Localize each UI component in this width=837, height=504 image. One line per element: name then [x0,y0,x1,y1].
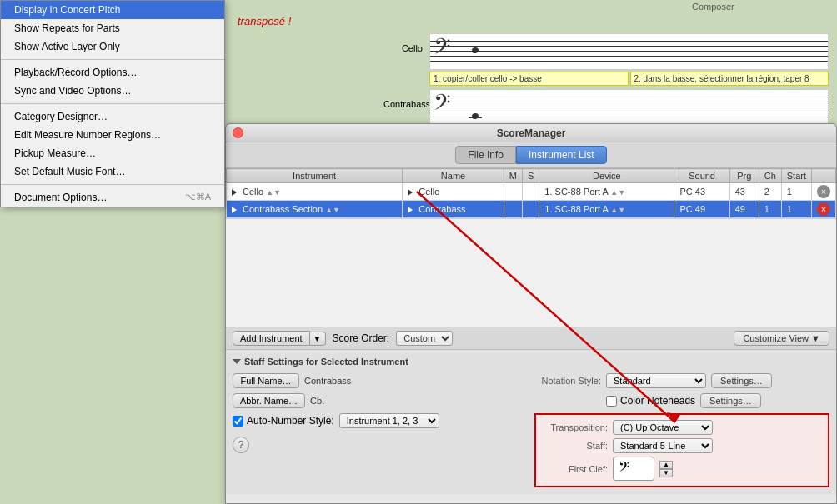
menu-item-set-default-font[interactable]: Set Default Music Font… [1,162,224,181]
auto-number-select[interactable]: Instrument 1, 2, 3 [339,413,439,428]
table-header-row: Instrument Name M S Device Sound Prg Ch … [227,169,836,183]
window-title: ScoreManager [497,127,566,139]
menu-separator-2 [1,103,224,104]
menu-item-label: Sync and Video Options… [14,85,132,97]
menu-item-playback-record[interactable]: Playback/Record Options… [1,63,224,82]
cell-s [523,183,539,201]
cell-ch: 2 [759,183,781,201]
col-instrument: Instrument [227,169,403,183]
cell-start: 1 [781,183,811,201]
notation-settings-button[interactable]: Settings… [711,373,772,388]
cell-s-selected [523,201,539,218]
delete-row-btn[interactable]: × [817,185,830,198]
score-manager-window: ScoreManager File Info Instrument List I… [225,123,837,504]
menu-item-label: Category Designer… [14,111,108,122]
col-delete [812,169,836,183]
menu-item-label: Edit Measure Number Regions… [14,129,161,141]
color-settings-button[interactable]: Settings… [700,393,761,408]
col-name: Name [403,169,504,183]
dropdown-menu: Display in Concert Pitch Show Repeats fo… [0,0,225,207]
menu-item-label: Show Repeats for Parts [14,22,120,34]
col-s: S [523,169,539,183]
cell-delete-selected[interactable]: × [812,201,836,218]
score-staves: Cello 𝄢 1. copier/coller cello -> basse … [383,33,829,126]
menu-item-pickup-measure[interactable]: Pickup Measure… [1,144,224,162]
menu-item-label: Document Options… [14,192,107,203]
menu-item-display-concert-pitch[interactable]: Display in Concert Pitch [1,1,224,19]
col-start: Start [781,169,811,183]
abbr-name-button[interactable]: Abbr. Name… [233,393,305,408]
delete-selected-row-btn[interactable]: × [817,202,830,216]
contrabass-staff: 𝄢 [429,89,829,126]
expand-name-icon[interactable] [408,189,413,196]
transposition-row: Transposition: (C) Up Octave [541,420,823,435]
auto-number-checkbox[interactable] [233,416,243,427]
staff-select[interactable]: Standard 5-Line [613,438,713,453]
composer-label: Composer [692,2,734,12]
add-instrument-group: Add Instrument ▼ [233,331,326,346]
section-collapse-icon[interactable] [233,359,241,364]
cell-device: 1. SC-88 Port A ▲▼ [539,183,674,201]
tab-instrument-list[interactable]: Instrument List [516,146,607,164]
customize-view-arrow: ▼ [811,333,820,343]
menu-item-category-designer[interactable]: Category Designer… [1,107,224,126]
transposition-label: Transposition: [541,422,608,432]
cell-prg-selected: 49 [729,201,759,218]
staff-settings-panel: Staff Settings for Selected Instrument F… [226,350,836,494]
menu-item-label: Display in Concert Pitch [14,4,120,16]
customize-view-button[interactable]: Customize View ▼ [734,331,829,346]
empty-space [226,218,836,327]
first-clef-display: 𝄢 [613,457,654,481]
clef-stepper-down[interactable]: ▼ [659,469,673,477]
add-instrument-dropdown-button[interactable]: ▼ [310,332,326,346]
menu-item-label: Playback/Record Options… [14,67,137,78]
abbr-name-row: Abbr. Name… Cb. [233,393,528,408]
table-row[interactable]: Contrabass Section ▲▼ Contrabass 1. SC-8… [227,201,836,218]
window-titlebar: ScoreManager [226,124,836,142]
help-button[interactable]: ? [233,437,249,453]
menu-item-edit-measure[interactable]: Edit Measure Number Regions… [1,126,224,144]
instrument-table: Instrument Name M S Device Sound Prg Ch … [226,168,836,218]
tab-file-info[interactable]: File Info [455,146,516,164]
cell-instrument: Cello ▲▼ [227,183,403,201]
notation-style-select[interactable]: Standard [606,373,706,388]
auto-number-label: Auto-Number Style: [247,415,334,427]
auto-number-row: Auto-Number Style: Instrument 1, 2, 3 [233,413,528,428]
col-m: M [504,169,522,183]
bass-clef-contrabass: 𝄢 [434,92,451,118]
window-close-button[interactable] [233,127,243,138]
table-row[interactable]: Cello ▲▼ Cello 1. SC-88 Port A ▲▼ PC 43 [227,183,836,201]
color-noteheads-checkbox[interactable] [606,396,617,407]
expand-name-icon-selected[interactable] [408,207,413,213]
menu-item-document-options[interactable]: Document Options… ⌥⌘A [1,188,224,207]
menu-item-label: Set Default Music Font… [14,166,125,177]
menu-item-show-repeats[interactable]: Show Repeats for Parts [1,19,224,37]
expand-icon[interactable] [232,189,237,196]
cell-instrument-selected: Contrabass Section ▲▼ [227,201,403,218]
transposition-section: Transposition: (C) Up Octave Staff: Stan… [534,413,829,487]
abbr-name-value: Cb. [310,396,324,406]
transposed-annotation: transposé ! [238,15,291,27]
clef-stepper[interactable]: ▲ ▼ [659,461,673,477]
cell-delete[interactable]: × [812,183,836,201]
clef-stepper-up[interactable]: ▲ [659,461,673,469]
menu-separator-3 [1,184,224,185]
score-order-select[interactable]: Custom [396,331,453,346]
transposition-select[interactable]: (C) Up Octave [613,420,713,435]
help-row: ? [233,437,528,453]
cell-m-selected [504,201,522,218]
cell-device-selected: 1. SC-88 Port A ▲▼ [539,201,674,218]
cell-ch-selected: 1 [759,201,781,218]
annotation-1: 1. copier/coller cello -> basse [429,72,629,86]
menu-item-sync-video[interactable]: Sync and Video Options… [1,82,224,100]
cell-name: Cello [403,183,504,201]
bottom-toolbar: Add Instrument ▼ Score Order: Custom Cus… [226,327,836,350]
full-name-value: Contrabass [304,376,351,386]
expand-icon-selected[interactable] [232,207,237,213]
menu-item-show-active-layer[interactable]: Show Active Layer Only [1,37,224,56]
add-instrument-button[interactable]: Add Instrument [233,331,310,346]
first-clef-row: First Clef: 𝄢 ▲ ▼ [541,457,823,481]
col-sound: Sound [674,169,729,183]
full-name-button[interactable]: Full Name… [233,373,299,388]
cello-label: Cello [383,33,429,53]
